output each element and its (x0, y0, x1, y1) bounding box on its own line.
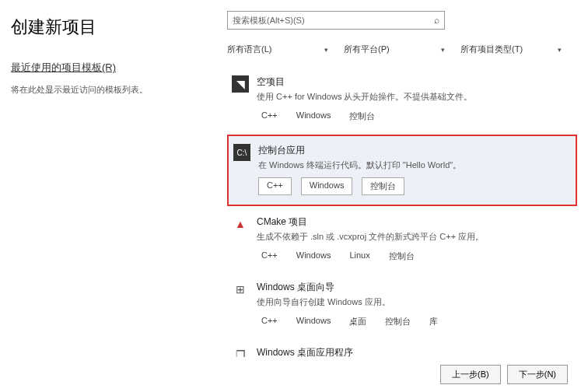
search-input[interactable]: 搜索模板(Alt+S)(S) ⌕ (227, 11, 445, 30)
recent-templates-note: 将在此处显示最近访问的模板列表。 (11, 84, 212, 96)
search-placeholder: 搜索模板(Alt+S)(S) (233, 15, 305, 26)
window-app-icon: ❐ (232, 346, 249, 357)
template-description: 使用 C++ for Windows 从头开始操作。不提供基础文件。 (257, 91, 565, 103)
template-tag: C++ (258, 177, 292, 195)
back-button[interactable]: 上一步(B) (440, 365, 501, 384)
template-list: ◥ 空项目 使用 C++ for Windows 从头开始操作。不提供基础文件。… (227, 69, 577, 357)
template-item[interactable]: ❐ Windows 桌面应用程序 具有在 Windows 上运行的图形用户界面的… (227, 340, 577, 357)
template-description: 使用向导自行创建 Windows 应用。 (257, 296, 565, 308)
template-tag: 控制台 (362, 177, 404, 195)
template-item[interactable]: ◥ 空项目 使用 C++ for Windows 从头开始操作。不提供基础文件。… (227, 69, 577, 131)
template-tag: 桌面 (345, 314, 371, 329)
wizard-icon: ⊞ (232, 281, 249, 298)
template-title: 空项目 (257, 75, 565, 89)
filter-platform[interactable]: 所有平台(P) ▾ (344, 44, 460, 55)
chevron-down-icon: ▾ (441, 46, 445, 54)
template-tag: Windows (292, 314, 336, 329)
template-description: 生成不依赖于 .sln 或 .vcxproj 文件的新式跨平台 C++ 应用。 (257, 231, 565, 243)
empty-project-icon: ◥ (232, 75, 249, 93)
template-tag: 控制台 (345, 109, 380, 124)
template-title: 控制台应用 (258, 144, 563, 157)
template-tags: C++Windows控制台 (258, 177, 563, 195)
template-title: Windows 桌面应用程序 (257, 346, 565, 357)
template-description: 在 Windows 终端运行代码。默认打印 "Hello World"。 (258, 159, 563, 171)
template-tag: 库 (425, 314, 443, 329)
template-tag: C++ (257, 249, 282, 264)
right-panel: 搜索模板(Alt+S)(S) ⌕ 所有语言(L) ▾ 所有平台(P) ▾ 所有项… (227, 0, 588, 392)
template-tag: Windows (301, 177, 353, 195)
template-tags: C++Windows控制台 (257, 109, 565, 124)
footer: 上一步(B) 下一步(N) (227, 357, 577, 392)
template-tag: C++ (257, 109, 282, 124)
search-icon[interactable]: ⌕ (434, 15, 439, 26)
left-panel: 创建新项目 最近使用的项目模板(R) 将在此处显示最近访问的模板列表。 (0, 0, 227, 392)
template-tag: 控制台 (380, 314, 415, 329)
recent-templates-heading[interactable]: 最近使用的项目模板(R) (11, 61, 212, 75)
template-title: Windows 桌面向导 (257, 281, 565, 294)
template-item[interactable]: ⊞ Windows 桌面向导 使用向导自行创建 Windows 应用。 C++W… (227, 275, 577, 337)
template-tag: C++ (257, 314, 282, 329)
page-title: 创建新项目 (11, 16, 212, 39)
cmake-icon: ▲ (232, 215, 249, 233)
template-tag: 控制台 (384, 249, 419, 264)
chevron-down-icon: ▾ (324, 46, 328, 54)
template-tag: Windows (292, 249, 336, 264)
filter-language[interactable]: 所有语言(L) ▾ (227, 44, 344, 55)
template-title: CMake 项目 (257, 215, 565, 229)
template-tag: Windows (292, 109, 336, 124)
filter-project-type[interactable]: 所有项目类型(T) ▾ (460, 44, 577, 55)
template-item[interactable]: C:\ 控制台应用 在 Windows 终端运行代码。默认打印 "Hello W… (227, 135, 577, 206)
template-item[interactable]: ▲ CMake 项目 生成不依赖于 .sln 或 .vcxproj 文件的新式跨… (227, 209, 577, 271)
chevron-down-icon: ▾ (558, 46, 562, 54)
console-icon: C:\ (233, 144, 250, 161)
template-tags: C++WindowsLinux控制台 (257, 249, 565, 264)
template-tag: Linux (345, 249, 374, 264)
template-tags: C++Windows桌面控制台库 (257, 314, 565, 329)
next-button[interactable]: 下一步(N) (507, 365, 568, 384)
